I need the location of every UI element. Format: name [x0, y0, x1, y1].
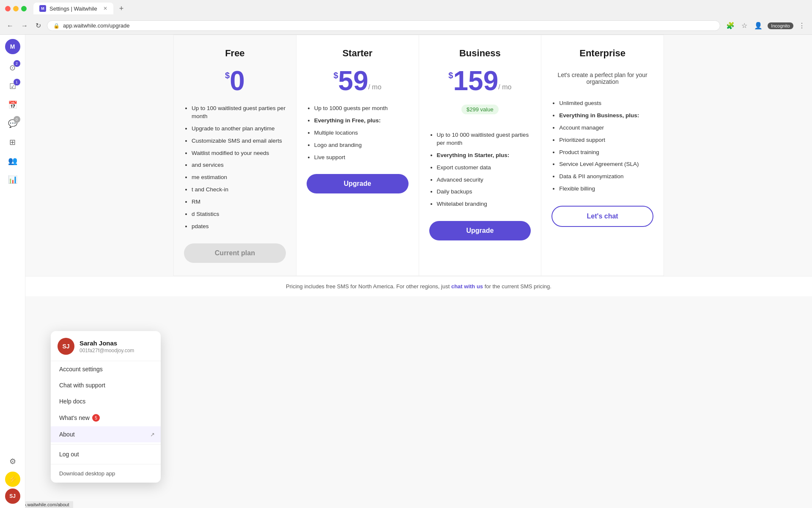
list-item: Logo and branding	[314, 141, 409, 149]
plan-free-price: $ 0	[184, 67, 286, 94]
address-bar[interactable]: 🔒 app.waitwhile.com/upgrade	[47, 20, 720, 31]
plan-free-name: Free	[184, 48, 286, 59]
free-dollar-sign: $	[225, 71, 230, 80]
popup-user-details: Sarah Jonas 001fa27f@moodjoy.com	[80, 340, 134, 353]
sidebar-logo-avatar[interactable]: M	[5, 39, 20, 54]
list-item: Flexible billing	[559, 185, 653, 193]
new-tab-button[interactable]: +	[119, 4, 124, 13]
chat-with-us-link[interactable]: chat with us	[451, 283, 483, 290]
tab-favicon: M	[39, 5, 46, 12]
sidebar-item-users[interactable]: 👥	[4, 152, 21, 169]
enterprise-chat-button[interactable]: Let's chat	[551, 206, 653, 227]
settings-icon: ⚙	[9, 457, 16, 466]
plan-starter: Starter $ 59 / mo Up to 1000 guests per …	[296, 35, 419, 276]
help-docs-label: Help docs	[59, 398, 85, 405]
list-item: Account manager	[559, 124, 653, 132]
bookmark-icon[interactable]: ☆	[740, 20, 749, 31]
list-item: Customizable SMS and email alerts	[192, 137, 286, 145]
list-item: Export customer data	[437, 164, 531, 172]
incognito-badge: Incognito	[768, 22, 793, 29]
whats-new-label: What's new	[59, 414, 90, 421]
starter-feature-list: Up to 1000 guests per month Everything i…	[307, 105, 409, 161]
calendar-icon: 📅	[8, 100, 17, 110]
plan-business-name: Business	[429, 48, 531, 59]
popup-whats-new[interactable]: What's new 5	[51, 409, 161, 426]
app-layout: M ⊙ 2 ☑ 1 📅 💬 0 ⊞ 👥 📊 ⚙ ⚡	[0, 35, 812, 508]
browser-tab[interactable]: M Settings | Waitwhile ✕	[33, 3, 113, 14]
sidebar-item-notifications[interactable]: ⊙ 2	[4, 59, 21, 76]
browser-titlebar: M Settings | Waitwhile ✕ +	[0, 0, 812, 17]
tasks-badge: 1	[14, 79, 20, 86]
sidebar-item-apps[interactable]: ⊞	[4, 134, 21, 151]
cursor-position-indicator: ↗	[150, 431, 155, 438]
close-dot[interactable]	[5, 6, 11, 11]
minimize-dot[interactable]	[13, 6, 19, 11]
sidebar-item-analytics[interactable]: 📊	[4, 171, 21, 188]
tab-close-button[interactable]: ✕	[103, 6, 107, 11]
tab-label: Settings | Waitwhile	[49, 6, 97, 12]
extensions-icon[interactable]: 🧩	[724, 20, 736, 31]
browser-toolbar: ← → ↻ 🔒 app.waitwhile.com/upgrade 🧩 ☆ 👤 …	[0, 17, 812, 35]
bolt-icon: ⚡	[8, 475, 17, 484]
sidebar-item-calendar[interactable]: 📅	[4, 97, 21, 113]
plan-starter-price: $ 59 / mo	[307, 67, 409, 94]
sidebar-item-chat[interactable]: 💬 0	[4, 115, 21, 132]
popup-divider	[51, 444, 161, 444]
chat-support-label: Chat with support	[59, 382, 105, 389]
reload-button[interactable]: ↻	[34, 20, 43, 31]
list-item: Up to 100 waitlisted guest parties per m…	[192, 105, 286, 121]
main-content: Free $ 0 Up to 100 waitlisted guest part…	[25, 35, 812, 508]
list-item: Data & PII anonymization	[559, 173, 653, 181]
starter-price-period: / mo	[368, 83, 381, 91]
list-item: Waitlist modified to your needs	[192, 149, 286, 157]
plan-enterprise-name: Enterprise	[551, 48, 653, 59]
sidebar-bolt-button[interactable]: ⚡	[5, 472, 20, 487]
about-label: About	[59, 431, 75, 438]
profile-icon[interactable]: 👤	[752, 20, 764, 31]
popup-about[interactable]: About ↗	[51, 426, 161, 442]
sidebar-user-avatar[interactable]: SJ	[5, 489, 20, 504]
sidebar-item-tasks[interactable]: ☑ 1	[4, 78, 21, 95]
plan-free: Free $ 0 Up to 100 waitlisted guest part…	[173, 35, 296, 276]
starter-dollar-sign: $	[333, 71, 338, 80]
popup-download-app[interactable]: Download desktop app	[51, 466, 161, 479]
pricing-footer: Pricing includes free SMS for North Amer…	[25, 276, 812, 296]
list-item: RM	[192, 198, 286, 206]
browser-chrome: M Settings | Waitwhile ✕ + ← → ↻ 🔒 app.w…	[0, 0, 812, 35]
list-item: Everything in Starter, plus:	[437, 152, 531, 160]
starter-price-amount: 59	[338, 67, 368, 94]
lock-icon: 🔒	[53, 23, 60, 29]
popup-account-settings[interactable]: Account settings	[51, 361, 161, 377]
list-item: Everything in Business, plus:	[559, 112, 653, 120]
popup-logout[interactable]: Log out	[51, 446, 161, 462]
value-badge-wrapper: $299 value	[429, 105, 531, 123]
footer-text-end: for the current SMS pricing.	[485, 283, 551, 290]
free-price-amount: 0	[230, 67, 245, 94]
back-button[interactable]: ←	[5, 20, 15, 31]
pricing-container: Free $ 0 Up to 100 waitlisted guest part…	[165, 35, 672, 276]
business-upgrade-button[interactable]: Upgrade	[429, 221, 531, 240]
popup-user-info: SJ Sarah Jonas 001fa27f@moodjoy.com	[51, 331, 161, 361]
menu-icon[interactable]: ⋮	[797, 20, 807, 31]
list-item: pdates	[192, 223, 286, 231]
list-item: Unlimited guests	[559, 99, 653, 108]
popup-user-name: Sarah Jonas	[80, 340, 134, 347]
list-item: d Statistics	[192, 210, 286, 218]
user-popup-menu: SJ Sarah Jonas 001fa27f@moodjoy.com Acco…	[51, 331, 161, 483]
popup-chat-support[interactable]: Chat with support	[51, 377, 161, 393]
sidebar-item-settings[interactable]: ⚙	[4, 453, 21, 470]
list-item: and services	[192, 161, 286, 169]
list-item: Product training	[559, 149, 653, 157]
starter-upgrade-button[interactable]: Upgrade	[307, 174, 409, 193]
free-feature-list: Up to 100 waitlisted guest parties per m…	[184, 105, 286, 231]
value-badge: $299 value	[461, 105, 499, 114]
popup-help-docs[interactable]: Help docs	[51, 393, 161, 409]
url-text: app.waitwhile.com/upgrade	[63, 22, 130, 29]
browser-dots	[5, 6, 27, 11]
plan-business-price: $ 159 / mo	[429, 67, 531, 94]
maximize-dot[interactable]	[21, 6, 27, 11]
footer-text-start: Pricing includes free SMS for North Amer…	[286, 283, 450, 290]
free-plan-button[interactable]: Current plan	[184, 243, 286, 263]
forward-button[interactable]: →	[19, 20, 30, 31]
business-feature-list: Up to 10 000 waitlisted guest parties pe…	[429, 131, 531, 208]
